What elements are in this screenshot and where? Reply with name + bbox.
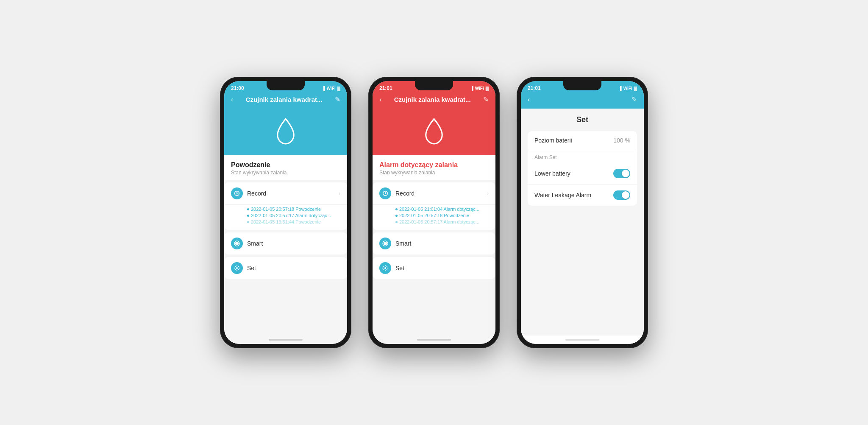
record-label-1: Record (247, 190, 339, 197)
settings-content: Set Poziom baterii 100 % Alarm Set Lower… (521, 109, 644, 336)
header-title-2: Czujnik zalania kwadrat... (394, 96, 471, 103)
status-section-2: Alarm dotyczący zalania Stan wykrywania … (373, 155, 495, 180)
wifi-icon: WiFi (327, 86, 336, 91)
record-label-2: Record (395, 190, 487, 197)
status-icons-2: ▐ WiFi ▓ (470, 86, 489, 91)
record-icon-2 (379, 187, 391, 199)
hero-section-1 (224, 109, 347, 155)
back-button-2[interactable]: ‹ (379, 96, 381, 103)
record-arrow-1: › (339, 190, 340, 196)
svg-line-2 (237, 193, 238, 194)
status-icons-3: ▐ WiFi ▓ (619, 86, 637, 91)
smart-section-1: Smart (224, 232, 347, 254)
edit-button-3[interactable]: ✎ (632, 95, 637, 103)
record-entry-1-1: 2022-01-05 20:57:17 Alarm dotycząc... (247, 213, 340, 218)
smart-menu-item-2[interactable]: Smart (373, 232, 495, 254)
hero-section-2 (373, 109, 495, 155)
smart-section-2: Smart (373, 232, 495, 254)
battery-icon-3: ▓ (634, 86, 637, 91)
edit-button-2[interactable]: ✎ (483, 95, 489, 103)
smart-icon-2 (379, 238, 391, 249)
home-indicator-2 (373, 336, 495, 344)
set-label-2: Set (395, 265, 489, 271)
lower-battery-label: Lower battery (534, 170, 570, 177)
content-area-1: Powodzenie Stan wykrywania zalania Recor… (224, 155, 347, 336)
signal-icon-3: ▐ (619, 86, 622, 91)
record-entry-1-0: 2022-01-05 20:57:18 Powodzenie (247, 207, 340, 212)
home-indicator-3 (521, 336, 644, 344)
phone-3: 21:01 ▐ WiFi ▓ ‹ ✎ Set Poziom baterii 10… (517, 77, 648, 348)
notch-1 (267, 81, 305, 90)
status-time-1: 21:00 (231, 85, 244, 91)
status-title-2: Alarm dotyczący zalania (379, 161, 489, 169)
alarm-section-label: Alarm Set (528, 150, 637, 163)
settings-card: Poziom baterii 100 % Alarm Set Lower bat… (528, 131, 637, 206)
record-arrow-2: › (487, 190, 489, 196)
set-menu-item-2[interactable]: Set (373, 257, 495, 279)
phone-1: 21:00 ▐ WiFi ▓ ‹ Czujnik zalania kwadrat… (220, 77, 351, 348)
back-button-1[interactable]: ‹ (231, 96, 233, 103)
smart-label-1: Smart (247, 240, 340, 247)
water-leakage-toggle[interactable] (613, 190, 630, 200)
smart-icon-1 (231, 238, 243, 249)
back-button-3[interactable]: ‹ (528, 96, 530, 103)
phone-2: 21:01 ▐ WiFi ▓ ‹ Czujnik zalania kwadrat… (368, 77, 500, 348)
notch-3 (563, 81, 601, 90)
drop-icon-1 (271, 117, 300, 147)
record-icon-1 (231, 187, 243, 199)
battery-row: Poziom baterii 100 % (528, 131, 637, 150)
battery-icon-2: ▓ (486, 86, 489, 91)
water-leakage-toggle-knob (622, 191, 629, 199)
svg-point-5 (236, 267, 238, 269)
set-section-1: Set (224, 257, 347, 279)
header-title-1: Czujnik zalania kwadrat... (246, 96, 323, 103)
battery-icon: ▓ (337, 86, 340, 91)
svg-line-8 (385, 193, 386, 194)
svg-point-11 (384, 267, 386, 269)
battery-value: 100 % (613, 137, 630, 144)
app-header-3: ‹ ✎ (521, 93, 644, 109)
record-menu-item-2[interactable]: Record › (373, 182, 495, 205)
status-section-1: Powodzenie Stan wykrywania zalania (224, 155, 347, 180)
settings-title: Set (528, 115, 637, 124)
smart-label-2: Smart (395, 240, 489, 247)
status-time-3: 21:01 (528, 85, 541, 91)
water-leakage-label: Water Leakage Alarm (534, 192, 591, 199)
status-title-1: Powodzenie (231, 161, 340, 169)
home-bar-3 (565, 339, 599, 341)
record-entry-2-1: 2022-01-05 20:57:18 Powodzenie (395, 213, 489, 218)
smart-menu-item-1[interactable]: Smart (224, 232, 347, 254)
signal-icon: ▐ (322, 86, 325, 91)
set-section-2: Set (373, 257, 495, 279)
record-section-2: Record › 2022-01-05 21:01:04 Alarm dotyc… (373, 182, 495, 230)
record-section-1: Record › 2022-01-05 20:57:18 Powodzenie … (224, 182, 347, 230)
set-label-1: Set (247, 265, 340, 271)
app-header-2: ‹ Czujnik zalania kwadrat... ✎ (373, 93, 495, 109)
svg-point-3 (235, 242, 239, 245)
status-subtitle-2: Stan wykrywania zalania (379, 170, 489, 176)
status-subtitle-1: Stan wykrywania zalania (231, 170, 340, 176)
record-entry-1-2: 2022-01-05 19:51:44 Powodzenie (247, 219, 340, 224)
record-entries-2: 2022-01-05 21:01:04 Alarm dotycząc... 20… (373, 205, 495, 230)
set-icon-1 (231, 262, 243, 274)
lower-battery-toggle[interactable] (613, 169, 630, 178)
record-menu-item-1[interactable]: Record › (224, 182, 347, 205)
status-time-2: 21:01 (379, 85, 392, 91)
record-entry-2-0: 2022-01-05 21:01:04 Alarm dotycząc... (395, 207, 489, 212)
wifi-icon-2: WiFi (475, 86, 484, 91)
home-indicator-1 (224, 336, 347, 344)
signal-icon-2: ▐ (470, 86, 473, 91)
status-icons-1: ▐ WiFi ▓ (322, 86, 340, 91)
record-entry-2-2: 2022-01-05 20:57:17 Alarm dotycząc... (395, 219, 489, 224)
home-bar-2 (417, 339, 451, 341)
set-menu-item-1[interactable]: Set (224, 257, 347, 279)
notch-2 (415, 81, 453, 90)
app-header-1: ‹ Czujnik zalania kwadrat... ✎ (224, 93, 347, 109)
water-leakage-row: Water Leakage Alarm (528, 185, 637, 206)
edit-button-1[interactable]: ✎ (335, 95, 340, 103)
lower-battery-row: Lower battery (528, 163, 637, 185)
svg-point-9 (384, 242, 387, 245)
drop-icon-2 (419, 117, 449, 147)
record-entries-1: 2022-01-05 20:57:18 Powodzenie 2022-01-0… (224, 205, 347, 230)
battery-label: Poziom baterii (534, 137, 572, 144)
